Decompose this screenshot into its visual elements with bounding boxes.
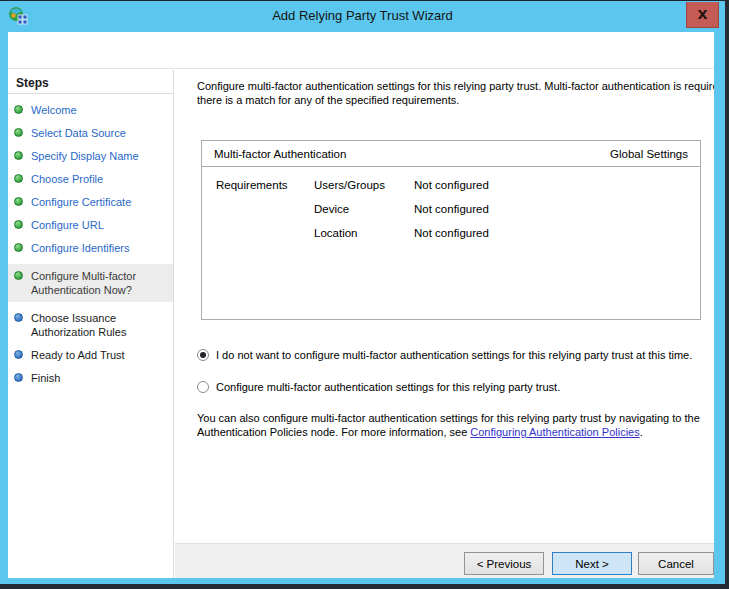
global-settings-label: Global Settings [610,148,688,160]
step-item-configure-mfa-current: Configure Multi-factor Authentication No… [8,264,173,302]
mfa-panel-title: Multi-factor Authentication [214,148,346,160]
step-item-finish: Finish [8,371,173,385]
wizard-button-bar: < Previous Next > Cancel [175,543,714,578]
green-dot-icon [14,271,23,280]
radio-option-configure-mfa[interactable]: Configure multi-factor authentication se… [197,381,560,393]
steps-heading: Steps [8,70,173,94]
green-dot-icon [14,220,23,229]
close-button[interactable]: X [686,2,719,28]
blue-dot-icon [14,373,23,382]
wizard-body: Steps Welcome Select Data Source Specify… [8,32,714,578]
green-dot-icon [14,243,23,252]
next-button[interactable]: Next > [552,552,632,575]
previous-button[interactable]: < Previous [464,552,544,575]
step-item-specify-display-name: Specify Display Name [8,149,173,163]
cancel-button[interactable]: Cancel [638,552,714,575]
step-item-ready-to-add-trust: Ready to Add Trust [8,348,173,362]
window-title: Add Relying Party Trust Wizard [0,8,725,23]
screen: Add Relying Party Trust Wizard X Steps W… [0,0,729,589]
mfa-row-users-groups: Requirements Users/Groups Not configured [202,179,700,191]
blue-dot-icon [14,350,23,359]
intro-text: Configure multi-factor authentication se… [197,79,714,107]
blue-dot-icon [14,313,23,322]
green-dot-icon [14,151,23,160]
steps-list: Welcome Select Data Source Specify Displ… [8,103,173,385]
wizard-header-band [8,32,714,69]
green-dot-icon [14,105,23,114]
step-item-welcome: Welcome [8,103,173,117]
step-item-configure-url: Configure URL [8,218,173,232]
green-dot-icon [14,174,23,183]
configuring-authentication-policies-link[interactable]: Configuring Authentication Policies [470,426,639,438]
green-dot-icon [14,128,23,137]
title-bar: Add Relying Party Trust Wizard X [0,2,725,32]
mfa-settings-panel: Multi-factor Authentication Global Setti… [201,140,701,320]
steps-sidebar: Steps Welcome Select Data Source Specify… [8,70,174,578]
radio-unselected-icon[interactable] [197,381,209,393]
radio-selected-icon[interactable] [197,349,209,361]
close-icon: X [697,7,707,22]
step-item-select-data-source: Select Data Source [8,126,173,140]
step-item-choose-profile: Choose Profile [8,172,173,186]
mfa-panel-header: Multi-factor Authentication Global Setti… [202,141,700,167]
green-dot-icon [14,197,23,206]
step-item-configure-certificate: Configure Certificate [8,195,173,209]
radio-option-skip-mfa[interactable]: I do not want to configure multi-factor … [197,349,692,361]
step-item-choose-issuance-rules: Choose Issuance Authorization Rules [8,311,173,339]
step-item-configure-identifiers: Configure Identifiers [8,241,173,255]
footnote-text: You can also configure multi-factor auth… [197,411,714,439]
wizard-window: Add Relying Party Trust Wizard X Steps W… [0,0,725,584]
mfa-row-location: Location Not configured [202,227,700,239]
step-content: Configure multi-factor authentication se… [175,70,714,543]
mfa-row-device: Device Not configured [202,203,700,215]
